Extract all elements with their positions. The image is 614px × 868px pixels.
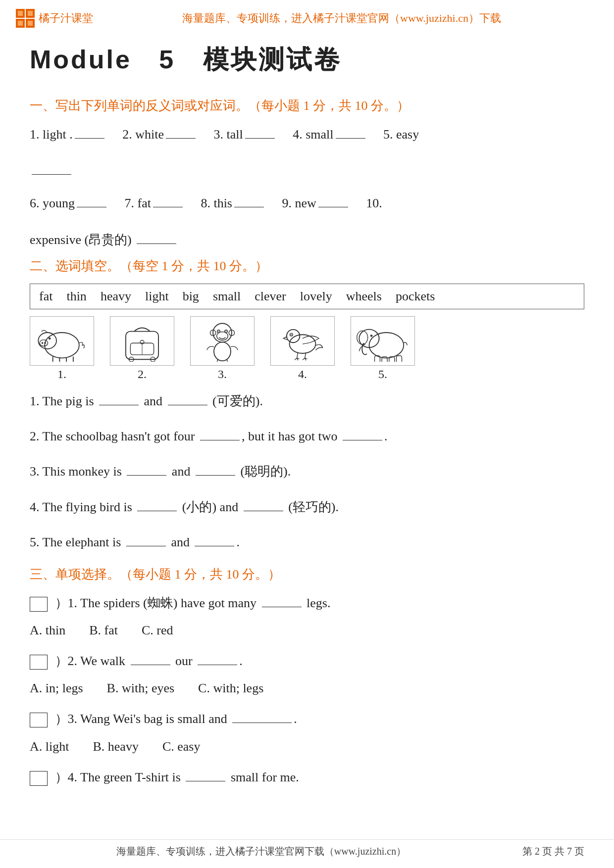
word-pockets: pockets xyxy=(396,289,435,304)
img1-num: 1. xyxy=(57,368,66,381)
svg-rect-6 xyxy=(18,21,23,26)
mc-q1-optC: C. red xyxy=(142,623,173,638)
q6-blank xyxy=(77,196,106,207)
header-center-text: 海量题库、专项训练，进入橘子汁课堂官网（www.juzizhi.cn）下载 xyxy=(93,11,590,26)
mc-q4: ）4. The green T-shirt is small for me. xyxy=(30,765,584,789)
mc-q3-options: A. light B. heavy C. easy xyxy=(30,739,584,754)
schoolbag-svg xyxy=(115,320,169,362)
mc-q2-paren xyxy=(30,655,48,670)
q1-blank xyxy=(75,128,104,139)
pig-svg xyxy=(35,320,89,362)
footer-left-text: 海量题库、专项训练，进入橘子汁课堂官网下载（www.juzizhi.cn） xyxy=(116,846,406,857)
section1-row1: 1. light . 2. white 3. tall 4. small 5. … xyxy=(30,123,584,146)
word-heavy: heavy xyxy=(101,289,131,304)
mc-q1-options: A. thin B. fat C. red xyxy=(30,623,584,638)
mc-q2-blank1 xyxy=(131,654,170,665)
svg-point-37 xyxy=(369,333,404,358)
page-header: 橘子汁课堂 海量题库、专项训练，进入橘子汁课堂官网（www.juzizhi.cn… xyxy=(0,0,614,33)
mc-q1-optA: A. thin xyxy=(30,623,65,638)
bird-image xyxy=(270,316,335,366)
fq5-blank1 xyxy=(126,535,166,546)
word-light: light xyxy=(145,289,169,304)
section1-row2: 6. young 7. fat 8. this 9. new 10. xyxy=(30,192,584,215)
svg-point-39 xyxy=(357,331,368,344)
q10-expensive: expensive (昂贵的) xyxy=(30,231,584,248)
img4-num: 4. xyxy=(298,368,307,381)
mc-q2-optA: A. in; legs xyxy=(30,681,83,696)
img-monkey: 3. xyxy=(190,316,255,381)
bird-svg xyxy=(275,320,330,362)
q1-label: 1. light . xyxy=(30,123,73,146)
mc-q4-paren xyxy=(30,771,48,786)
svg-point-8 xyxy=(45,333,79,358)
svg-point-29 xyxy=(226,331,227,332)
word-fat: fat xyxy=(39,289,52,304)
main-content: Module 5 模块测试卷 一、写出下列单词的反义词或对应词。（每小题 1 分… xyxy=(0,33,614,827)
fq2-blank2 xyxy=(343,430,382,440)
logo-area: 橘子汁课堂 xyxy=(16,9,93,28)
svg-point-32 xyxy=(214,342,231,361)
section2-header: 二、选词填空。（每空 1 分，共 10 分。） xyxy=(30,257,584,275)
section1-header: 一、写出下列单词的反义词或对应词。（每小题 1 分，共 10 分。） xyxy=(30,97,584,114)
fq3-blank1 xyxy=(127,465,166,476)
svg-point-36 xyxy=(291,334,292,335)
fq2-blank1 xyxy=(200,430,240,440)
main-title: Module 5 模块测试卷 xyxy=(30,43,584,77)
img-pig: 1. xyxy=(30,316,94,381)
images-row: 1. 2 xyxy=(30,316,584,381)
svg-point-12 xyxy=(44,342,46,344)
fill-q1: 1. The pig is and (可爱的). xyxy=(30,389,584,413)
mc-q2-blank2 xyxy=(198,654,237,665)
fq1-blank2 xyxy=(168,394,207,405)
fq3-blank2 xyxy=(196,465,235,476)
img-elephant: 5. xyxy=(351,316,415,381)
footer-page: 第 2 页 共 7 页 xyxy=(522,845,584,858)
q10-text: expensive (昂贵的) xyxy=(30,233,132,247)
svg-point-28 xyxy=(218,331,219,332)
q10-label: 10. xyxy=(366,192,382,215)
q6-label: 6. young xyxy=(30,192,75,215)
word-thin: thin xyxy=(66,289,86,304)
q2-blank xyxy=(166,128,196,139)
q3-blank xyxy=(245,128,275,139)
word-box: fat thin heavy light big small clever lo… xyxy=(30,284,584,309)
q9-blank xyxy=(318,196,348,207)
img-schoolbag: 2. xyxy=(110,316,174,381)
svg-point-34 xyxy=(287,330,300,342)
monkey-image xyxy=(190,316,255,366)
q7-blank xyxy=(153,196,183,207)
img5-num: 5. xyxy=(378,368,387,381)
svg-rect-7 xyxy=(28,21,33,26)
mc-q1: ）1. The spiders (蜘蛛) have got many legs. xyxy=(30,591,584,615)
fq4-blank2 xyxy=(244,500,283,511)
svg-point-13 xyxy=(49,338,51,340)
fill-q5: 5. The elephant is and . xyxy=(30,530,584,554)
mc-q2-optB: B. with; eyes xyxy=(107,681,175,696)
img3-num: 3. xyxy=(218,368,227,381)
fill-q4: 4. The flying bird is (小的) and (轻巧的). xyxy=(30,495,584,519)
elephant-svg xyxy=(356,320,410,362)
q5-blank xyxy=(32,164,71,175)
q10-blank xyxy=(137,233,176,244)
mc-q1-optB: B. fat xyxy=(89,623,118,638)
q5-label: 5. easy xyxy=(383,123,419,146)
mc-q4-blank xyxy=(186,771,225,781)
title-cn: 模块测试卷 xyxy=(203,45,342,74)
mc-q3-blank xyxy=(232,712,292,723)
monkey-svg xyxy=(195,320,250,362)
fq1-blank1 xyxy=(99,394,139,405)
word-small: small xyxy=(213,289,241,304)
q8-label: 8. this xyxy=(201,192,232,215)
svg-point-40 xyxy=(370,335,373,337)
q4-label: 4. small xyxy=(293,123,333,146)
img2-num: 2. xyxy=(138,368,147,381)
section3-header: 三、单项选择。（每小题 1 分，共 10 分。） xyxy=(30,566,584,583)
mc-q2: ）2. We walk our . xyxy=(30,649,584,673)
mc-q2-optC: C. with; legs xyxy=(198,681,263,696)
logo-text: 橘子汁课堂 xyxy=(39,11,93,26)
svg-rect-5 xyxy=(28,11,33,16)
elephant-image xyxy=(351,316,415,366)
q7-label: 7. fat xyxy=(125,192,151,215)
mc-q2-options: A. in; legs B. with; eyes C. with; legs xyxy=(30,681,584,696)
page-footer: 海量题库、专项训练，进入橘子汁课堂官网下载（www.juzizhi.cn） 第 … xyxy=(0,839,614,858)
